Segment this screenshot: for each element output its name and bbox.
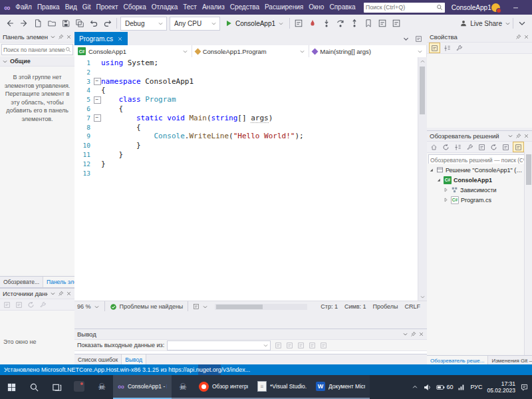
menu-item-10[interactable]: Расширения: [262, 0, 306, 15]
tree-item-2[interactable]: Зависимости: [427, 185, 525, 195]
health-check-icon[interactable]: [110, 303, 117, 311]
clock[interactable]: 17:31 05.02.2023: [487, 380, 515, 394]
scrollbar-thumb[interactable]: [216, 305, 263, 309]
output-find-icon[interactable]: [273, 340, 283, 350]
output-clear-icon[interactable]: [296, 340, 306, 350]
toolbox-search-box[interactable]: [1, 44, 73, 55]
running-skull-app-button[interactable]: ☠: [172, 375, 194, 399]
panel-tab-0[interactable]: Список ошибок: [74, 354, 122, 365]
menu-item-7[interactable]: Тест: [180, 0, 200, 15]
undo-icon[interactable]: [87, 17, 100, 30]
show-all-files-icon[interactable]: [477, 142, 487, 152]
toolbox-group-general[interactable]: Общие: [0, 57, 74, 66]
fold-toggle-icon[interactable]: −: [94, 96, 101, 104]
categorized-icon[interactable]: [429, 43, 440, 53]
task-yandex-browser[interactable]: Обзор интегриров...: [194, 375, 253, 399]
output-source-dropdown[interactable]: [167, 340, 271, 350]
pin-icon[interactable]: [515, 34, 521, 40]
home-icon[interactable]: [429, 142, 439, 152]
network-icon[interactable]: [458, 383, 466, 391]
hot-reload-icon[interactable]: [306, 17, 319, 30]
open-file-icon[interactable]: [45, 17, 59, 30]
menu-item-11[interactable]: Окно: [306, 0, 327, 15]
solution-configurations-dropdown[interactable]: Debug: [120, 17, 167, 31]
close-icon[interactable]: [418, 331, 424, 337]
close-icon[interactable]: [523, 34, 529, 40]
properties-header[interactable]: Свойства: [427, 32, 532, 43]
step-over-icon[interactable]: [334, 17, 347, 30]
nuget-icon[interactable]: [501, 142, 511, 152]
panel-tab-1[interactable]: Панель эле...: [43, 277, 74, 287]
task-view-button[interactable]: [45, 375, 68, 399]
task-word[interactable]: WДокумент Microso...: [311, 375, 370, 399]
chevron-down-icon[interactable]: [50, 291, 56, 297]
keyboard-language[interactable]: РУС: [470, 384, 482, 390]
tray-expand-icon[interactable]: [412, 384, 418, 390]
menu-item-0[interactable]: Файл: [13, 0, 35, 15]
zoom-level[interactable]: 96 %: [77, 303, 91, 310]
window-position-icon[interactable]: [414, 34, 424, 43]
menu-item-2[interactable]: Вид: [63, 0, 80, 15]
maximize-button[interactable]: [525, 0, 532, 15]
forward-icon[interactable]: [17, 17, 31, 30]
editor-vertical-scrollbar[interactable]: [418, 57, 427, 301]
battery-indicator[interactable]: 60: [436, 383, 453, 392]
menu-item-6[interactable]: Отладка: [149, 0, 181, 15]
comment-icon[interactable]: [390, 17, 403, 30]
output-header[interactable]: Вывод: [74, 329, 427, 340]
start-debugging-button[interactable]: ConsoleApp1: [221, 17, 287, 30]
solution-search-input[interactable]: [430, 157, 523, 164]
pin-icon[interactable]: [515, 133, 521, 139]
tree-item-0[interactable]: Решение "ConsoleApp1" (проекты: 1 из 1): [427, 165, 525, 175]
taskbar-search-button[interactable]: [23, 375, 45, 399]
chevron-down-icon[interactable]: [202, 304, 208, 310]
status-item-0[interactable]: Стр: 1: [321, 303, 338, 310]
toolbar-overflow-button[interactable]: [515, 17, 529, 30]
ds-config-icon[interactable]: [38, 300, 48, 309]
menu-item-1[interactable]: Правка: [35, 0, 63, 15]
status-item-2[interactable]: Пробелы: [373, 303, 398, 310]
fold-toggle-icon[interactable]: −: [94, 78, 101, 85]
live-share-button[interactable]: Live Share: [460, 19, 511, 27]
panel-tab-1[interactable]: Изменения Git — п...: [488, 356, 532, 365]
panel-tab-0[interactable]: Обозревате...: [0, 277, 43, 287]
status-item-1[interactable]: Симв: 1: [344, 303, 366, 310]
step-out-icon[interactable]: [348, 17, 361, 30]
collapse-all-icon[interactable]: [453, 142, 463, 152]
scroll-up-icon[interactable]: [420, 59, 426, 65]
ds-refresh-icon[interactable]: [26, 300, 36, 309]
pin-icon[interactable]: [58, 34, 64, 40]
toolbox-header[interactable]: Панель элементов: [0, 32, 74, 43]
task-notepad[interactable]: ≡*Visual Studio.txt - ...: [253, 375, 311, 399]
chevron-down-icon[interactable]: [50, 34, 56, 40]
pinned-skull-app-button[interactable]: ☠: [90, 375, 113, 399]
redo-icon[interactable]: [101, 17, 114, 30]
alphabetical-icon[interactable]: [442, 43, 452, 53]
bookmark-icon[interactable]: [362, 17, 375, 30]
panel-tab-1[interactable]: Вывод: [122, 354, 146, 365]
nav-dropdown-0[interactable]: C#ConsoleApp1: [74, 45, 192, 57]
menu-item-8[interactable]: Анализ: [200, 0, 227, 15]
panel-tab-0[interactable]: Обозреватель реше...: [427, 356, 488, 365]
tree-item-3[interactable]: C#Program.cs: [427, 195, 525, 205]
scrollbar-thumb[interactable]: [420, 66, 425, 114]
tree-item-1[interactable]: C#ConsoleApp1: [427, 175, 525, 185]
collapsed-arrow-icon[interactable]: [443, 187, 449, 193]
expanded-arrow-icon[interactable]: [428, 167, 434, 173]
pin-icon[interactable]: [58, 291, 64, 297]
user-avatar[interactable]: [491, 3, 500, 12]
close-icon[interactable]: [66, 34, 72, 40]
attach-icon[interactable]: [292, 17, 305, 30]
expanded-arrow-icon[interactable]: [436, 177, 442, 183]
minimize-button[interactable]: [507, 0, 525, 15]
close-icon[interactable]: [523, 133, 529, 139]
scrollbar-thumb[interactable]: [526, 154, 531, 185]
nav-dropdown-2[interactable]: Main(string[] args): [309, 45, 427, 57]
close-tab-icon[interactable]: [117, 36, 123, 42]
pinned-app-button[interactable]: [68, 375, 90, 399]
save-icon[interactable]: [59, 17, 72, 30]
quick-search-box[interactable]: [364, 3, 445, 13]
menu-item-12[interactable]: Справка: [327, 0, 358, 15]
output-copy-icon[interactable]: [319, 340, 329, 350]
switch-views-icon[interactable]: [513, 142, 524, 152]
